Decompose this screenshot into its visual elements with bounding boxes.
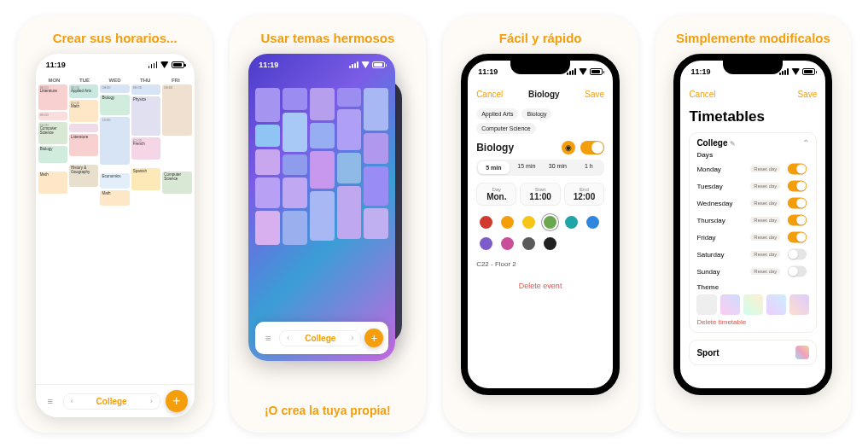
save-button[interactable]: Save [798, 90, 818, 99]
reset-day-button[interactable]: Reset day [750, 183, 780, 189]
theme-tile[interactable] [696, 294, 716, 315]
delete-timetable-button[interactable]: Delete timetable [696, 315, 809, 327]
color-swatch[interactable] [522, 237, 535, 250]
day-toggle[interactable] [788, 198, 807, 209]
theme-picker[interactable] [696, 294, 809, 315]
event-block[interactable]: History & Geography [69, 165, 98, 187]
interval-option[interactable]: 15 min [511, 160, 543, 176]
tag-pill[interactable]: Computer Science [476, 123, 536, 134]
tag-pill[interactable]: Biology [521, 108, 551, 119]
tag-row: Applied ArtsBiologyComputer Science [476, 108, 604, 134]
chevron-left-icon[interactable]: ‹ [71, 397, 73, 405]
status-icons [149, 61, 184, 68]
save-button[interactable]: Save [585, 90, 604, 99]
event-block[interactable]: Litterature [69, 134, 98, 156]
time-cell[interactable]: End12:00 [564, 183, 604, 206]
event-block [255, 177, 280, 208]
timetable-grid[interactable]: 08:00Litterature09:0010:00Computer Scien… [36, 84, 195, 384]
event-block[interactable] [69, 124, 98, 132]
chevron-left-icon: ‹ [287, 334, 289, 342]
color-swatch[interactable] [480, 237, 492, 250]
reset-day-button[interactable]: Reset day [750, 200, 780, 207]
reset-day-button[interactable]: Reset day [750, 268, 780, 275]
status-bar: 11:19 [248, 54, 395, 76]
day-toggle[interactable] [788, 164, 807, 175]
menu-icon[interactable]: ≡ [43, 393, 58, 409]
day-row: MondayReset day [696, 160, 809, 177]
subject-toggle[interactable] [580, 141, 604, 154]
reset-day-button[interactable]: Reset day [750, 251, 780, 258]
event-block[interactable]: 08:00 [162, 84, 191, 136]
timetable-section-collapsed[interactable]: Sport [689, 340, 817, 365]
color-swatch[interactable] [544, 216, 556, 229]
event-block[interactable]: 08:00 [100, 84, 129, 93]
event-block[interactable]: 09:00 [38, 112, 67, 120]
interval-segment[interactable]: 5 min15 min30 min1 h [476, 160, 604, 176]
color-picker[interactable] [476, 214, 604, 260]
color-swatch[interactable] [501, 237, 514, 250]
timetable-nav[interactable]: ‹ College › [279, 330, 361, 346]
cancel-button[interactable]: Cancel [476, 90, 503, 99]
color-swatch[interactable] [501, 216, 514, 229]
nav-label: College [305, 334, 335, 343]
color-swatch[interactable] [522, 216, 535, 229]
nav-title: Biology [528, 90, 560, 99]
event-block[interactable]: 08:00Litterature [38, 84, 67, 110]
interval-option[interactable]: 5 min [478, 161, 510, 174]
day-toggle[interactable] [788, 215, 807, 226]
theme-tile[interactable] [743, 294, 763, 315]
menu-icon[interactable]: ≡ [260, 330, 276, 346]
theme-tile[interactable] [766, 294, 786, 315]
timetable-column: 08:00Computer Science [162, 84, 191, 384]
day-toggle[interactable] [788, 232, 807, 243]
reset-day-button[interactable]: Reset day [750, 234, 780, 241]
theme-tile[interactable] [789, 294, 809, 315]
delete-event-button[interactable]: Delete event [476, 282, 604, 290]
event-block[interactable]: 08:00Applied Arts [69, 84, 98, 98]
theme-tile[interactable] [720, 294, 740, 315]
day-toggle[interactable] [788, 266, 807, 277]
interval-option[interactable]: 30 min [542, 160, 574, 176]
timetable-nav[interactable]: ‹ College › [63, 393, 160, 410]
add-button[interactable]: + [364, 329, 383, 347]
event-block[interactable]: Biology [38, 146, 67, 163]
event-block[interactable]: Math [100, 190, 129, 206]
theme-preview-icon [795, 346, 809, 359]
wifi-icon [160, 61, 169, 68]
notch [510, 61, 570, 74]
event-block[interactable]: 11:00French [131, 137, 160, 160]
time-pickers[interactable]: DayMon.Start11:00End12:00 [476, 183, 604, 206]
chevron-right-icon[interactable]: › [150, 397, 153, 405]
event-block[interactable]: Math [38, 172, 67, 194]
color-swatch[interactable] [586, 216, 599, 229]
interval-option[interactable]: 1 h [574, 160, 605, 176]
reset-day-button[interactable]: Reset day [750, 217, 780, 224]
color-swatch[interactable] [544, 237, 556, 250]
color-swatch[interactable] [565, 216, 578, 229]
event-block[interactable]: Spanish [131, 168, 160, 190]
event-block[interactable]: 10:00Computer Science [38, 122, 67, 144]
event-block [283, 88, 307, 110]
day-toggle[interactable] [788, 181, 807, 192]
event-block[interactable]: 09:00Math [69, 100, 98, 122]
tag-pill[interactable]: Applied Arts [476, 108, 518, 119]
room-field[interactable]: C22 - Floor 2 [476, 260, 604, 268]
time-cell[interactable]: Start11:00 [520, 183, 560, 206]
reset-day-button[interactable]: Reset day [750, 166, 780, 172]
add-button[interactable]: + [166, 390, 188, 412]
event-block[interactable]: Computer Science [162, 172, 191, 194]
event-block[interactable]: Physics [131, 96, 160, 136]
event-block[interactable]: Economics [100, 173, 129, 189]
palette-icon[interactable]: ◉ [562, 141, 575, 154]
color-swatch[interactable] [480, 216, 492, 229]
event-block[interactable]: 08:00 [131, 84, 160, 95]
event-block[interactable]: Biology [100, 95, 129, 115]
event-block [337, 186, 362, 239]
section-header[interactable]: College ✎ ⌃ [696, 138, 809, 148]
event-block[interactable]: 10:00 [100, 117, 129, 165]
cancel-button[interactable]: Cancel [689, 90, 715, 99]
time-cell[interactable]: DayMon. [476, 183, 516, 206]
day-toggle[interactable] [788, 249, 807, 260]
status-time: 11:19 [690, 67, 710, 76]
event-block[interactable] [162, 137, 191, 163]
